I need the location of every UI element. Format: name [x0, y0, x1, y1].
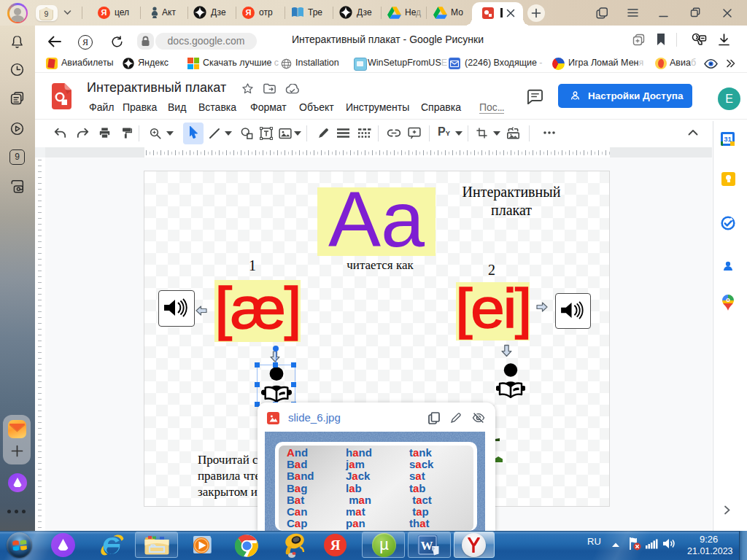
svg-text:W: W: [421, 539, 433, 553]
